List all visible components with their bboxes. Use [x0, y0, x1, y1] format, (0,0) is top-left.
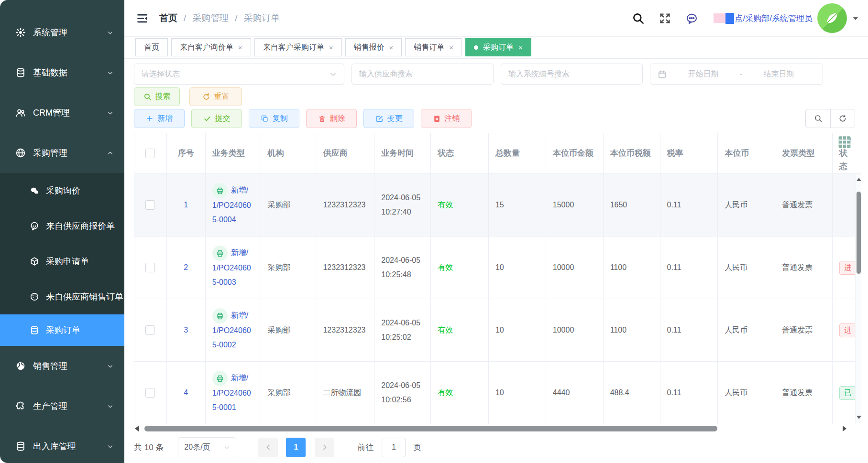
avatar[interactable] — [817, 3, 847, 33]
sidebar-subitem-purchase-request[interactable]: 采购申请单 — [0, 244, 124, 279]
tab-close-icon[interactable]: × — [238, 44, 242, 51]
column-header[interactable]: 总数量 — [489, 133, 546, 173]
sidebar-subitem-supplier-sales-order[interactable]: 来自供应商销售订单 — [0, 279, 124, 314]
delete-button[interactable]: 删除 — [306, 109, 357, 128]
cell-org: 采购部 — [261, 299, 317, 361]
row-checkbox[interactable] — [145, 200, 155, 210]
tab-close-icon[interactable]: × — [449, 44, 453, 51]
column-settings-icon[interactable] — [836, 134, 853, 150]
prev-page-button[interactable] — [258, 438, 278, 457]
fullscreen-icon[interactable] — [659, 12, 671, 24]
user-menu[interactable]: 点/采购部/系统管理员 — [714, 3, 858, 33]
row-checkbox[interactable] — [145, 325, 155, 335]
tab-customer-inquiry[interactable]: 来自客户询价单× — [171, 38, 251, 56]
column-header[interactable]: 供应商 — [316, 133, 374, 173]
chatface-icon — [30, 221, 39, 231]
column-header[interactable]: 本位币税额 — [604, 133, 660, 173]
cell-time: 2024-06-05 10:27:40 — [381, 191, 424, 219]
row-checkbox[interactable] — [145, 388, 155, 398]
cell-biz: 新增/1/PO240605-0004 — [206, 174, 261, 236]
chevron-down-icon — [224, 444, 230, 451]
sidebar-item-production[interactable]: 生产管理 — [0, 386, 124, 426]
cell-invoice: 普通发票 — [782, 323, 813, 337]
supplier-search-input[interactable] — [352, 64, 493, 84]
chevron-down-icon[interactable] — [853, 17, 858, 20]
column-header[interactable]: 本位币金额 — [546, 133, 604, 173]
table-search-icon[interactable] — [805, 109, 830, 128]
horizontal-scrollbar[interactable] — [134, 425, 861, 432]
column-header[interactable]: 税率 — [660, 133, 718, 173]
status-select[interactable]: 请选择状态 — [134, 64, 344, 85]
sidebar-subitem-supplier-quote[interactable]: 来自供应商报价单 — [0, 208, 124, 244]
sidebar-item-crm[interactable]: CRM管理 — [0, 93, 124, 133]
tab-sales-quote[interactable]: 销售报价× — [345, 38, 402, 56]
printer-icon[interactable] — [212, 246, 228, 261]
column-header[interactable]: 本位币 — [718, 133, 775, 173]
printer-icon[interactable] — [212, 371, 228, 386]
sidebar-collapse-icon[interactable] — [136, 12, 149, 25]
column-header[interactable]: 业务时间 — [374, 133, 431, 173]
cell-time: 2024-06-05 10:25:48 — [374, 237, 431, 299]
scroll-up-icon[interactable] — [857, 178, 861, 181]
next-page-button[interactable] — [315, 438, 334, 457]
sidebar-subitem-purchase-order[interactable]: 采购订单 — [0, 314, 124, 346]
current-page-button[interactable]: 1 — [286, 438, 306, 457]
column-header[interactable]: 机构 — [261, 133, 317, 173]
add-button[interactable]: 新增 — [134, 109, 185, 128]
message-icon[interactable] — [685, 12, 698, 25]
puzzle-icon — [15, 401, 26, 411]
reset-button[interactable]: 重置 — [189, 87, 242, 106]
row-seq-link[interactable]: 1 — [184, 201, 188, 209]
tab-purchase-order[interactable]: 采购订单× — [465, 38, 531, 56]
tab-close-icon[interactable]: × — [518, 44, 523, 51]
column-header[interactable]: 业务类型 — [206, 133, 261, 173]
scroll-down-icon[interactable] — [857, 416, 861, 419]
vertical-scrollbar[interactable] — [855, 174, 861, 423]
date-end-placeholder[interactable]: 结束日期 — [742, 69, 815, 79]
vertical-scrollbar-thumb[interactable] — [857, 192, 861, 274]
tab-close-icon[interactable]: × — [389, 44, 394, 51]
printer-icon[interactable] — [212, 183, 228, 198]
sysno-search-input[interactable] — [501, 64, 642, 84]
tab-home[interactable]: 首页 — [135, 38, 168, 56]
row-checkbox[interactable] — [145, 263, 155, 272]
tab-close-icon[interactable]: × — [329, 44, 333, 51]
search-icon[interactable] — [632, 12, 645, 25]
column-header[interactable]: 状态 — [431, 133, 489, 173]
row-select-cell — [134, 237, 167, 299]
date-range-picker[interactable]: 开始日期 - 结束日期 — [650, 64, 823, 85]
page-size-select[interactable]: 20条/页 — [178, 437, 236, 457]
cell-status: 有效 — [431, 174, 489, 236]
row-seq-link[interactable]: 3 — [184, 326, 188, 334]
tab-customer-po[interactable]: 来自客户采购订单× — [254, 38, 342, 56]
row-seq-link[interactable]: 2 — [184, 263, 188, 272]
goto-page-input[interactable] — [382, 438, 406, 457]
scroll-left-icon[interactable] — [135, 426, 139, 431]
sidebar-item-base-data[interactable]: 基础数据 — [0, 53, 124, 93]
sidebar-item-system[interactable]: 系统管理 — [0, 12, 124, 53]
column-header[interactable]: 发票类型 — [775, 133, 833, 173]
cell-qty: 15 — [495, 198, 504, 212]
scroll-right-icon[interactable] — [843, 426, 846, 431]
column-header[interactable]: 序号 — [167, 133, 206, 173]
printer-icon[interactable] — [212, 308, 228, 323]
change-button[interactable]: 变更 — [363, 109, 414, 128]
select-all-checkbox[interactable] — [145, 149, 155, 158]
date-start-placeholder[interactable]: 开始日期 — [667, 69, 740, 79]
cell-qty: 10 — [489, 237, 546, 299]
copy-button[interactable]: 复制 — [249, 109, 299, 128]
breadcrumb-home[interactable]: 首页 — [159, 12, 177, 24]
cell-currency: 人民币 — [725, 260, 747, 275]
cancel-button[interactable]: 注销 — [421, 109, 472, 128]
sidebar-item-sales[interactable]: 销售管理 — [0, 346, 124, 386]
search-button[interactable]: 搜索 — [134, 87, 180, 106]
sidebar-subitem-purchase-inquiry[interactable]: 采购询价 — [0, 173, 124, 208]
tab-sales-order[interactable]: 销售订单× — [405, 38, 462, 56]
table-refresh-icon[interactable] — [830, 109, 855, 128]
row-seq-link[interactable]: 4 — [184, 388, 188, 397]
sidebar-item-warehouse[interactable]: 出入库管理 — [0, 426, 124, 463]
breadcrumb-purchase[interactable]: 采购管理 — [192, 12, 229, 24]
sidebar-item-purchase[interactable]: 采购管理 — [0, 133, 124, 173]
horizontal-scrollbar-thumb[interactable] — [144, 426, 717, 431]
submit-button[interactable]: 提交 — [191, 109, 242, 128]
